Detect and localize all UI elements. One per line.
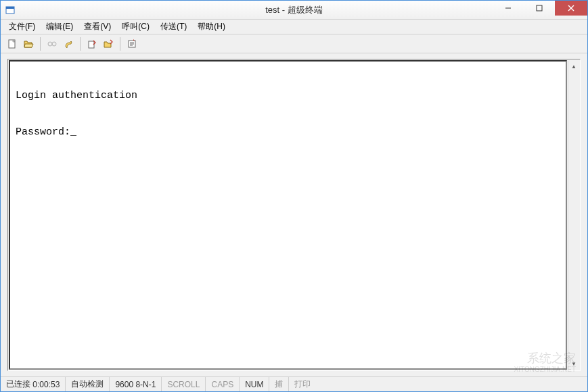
svg-point-9 <box>52 42 56 46</box>
status-num: NUM <box>240 377 269 391</box>
menu-file[interactable]: 文件(F) <box>3 20 41 34</box>
properties-button[interactable] <box>125 36 139 51</box>
scroll-up-icon[interactable]: ▲ <box>568 61 579 72</box>
app-window: test - 超级终端 文件(F) 编辑(E) 查看(V) 呼叫(C) 传送(T… <box>0 0 588 392</box>
window-controls <box>493 1 587 16</box>
statusbar: 已连接 0:00:53 自动检测 9600 8-N-1 SCROLL CAPS … <box>1 376 587 391</box>
terminal[interactable]: Login authentication Password:_ <box>9 60 567 370</box>
svg-rect-1 <box>6 7 14 9</box>
status-port: 9600 8-N-1 <box>110 377 162 391</box>
status-print: 打印 <box>289 377 316 391</box>
terminal-line: Login authentication Password:_ <box>16 68 560 141</box>
scroll-down-icon[interactable]: ▼ <box>568 358 579 369</box>
status-capture: 捕 <box>269 377 289 391</box>
menu-help[interactable]: 帮助(H) <box>192 20 231 34</box>
svg-rect-10 <box>89 41 94 48</box>
vertical-scrollbar[interactable]: ▲ ▼ <box>568 61 579 369</box>
svg-point-8 <box>48 42 52 46</box>
status-scroll: SCROLL <box>162 377 206 391</box>
toolbar-separator <box>120 37 120 51</box>
app-icon <box>5 5 16 16</box>
status-connection: 已连接 0:00:53 <box>1 377 66 391</box>
cursor: _ <box>70 123 76 141</box>
connect-button[interactable] <box>45 36 60 51</box>
menubar: 文件(F) 编辑(E) 查看(V) 呼叫(C) 传送(T) 帮助(H) <box>1 20 587 34</box>
terminal-text: Login authentication <box>16 90 137 101</box>
send-button[interactable] <box>85 36 99 51</box>
menu-transfer[interactable]: 传送(T) <box>155 20 192 34</box>
toolbar-separator <box>40 37 41 51</box>
status-time: 0:00:53 <box>32 380 60 389</box>
toolbar-separator <box>80 37 81 51</box>
open-button[interactable] <box>21 36 36 51</box>
terminal-frame: Login authentication Password:_ ▲ ▼ <box>7 59 581 371</box>
password-prompt: Password: <box>16 126 70 138</box>
svg-rect-3 <box>537 5 542 11</box>
status-connected-label: 已连接 <box>6 378 30 390</box>
menu-view[interactable]: 查看(V) <box>78 20 116 34</box>
menu-call[interactable]: 呼叫(C) <box>116 20 155 34</box>
minimize-button[interactable] <box>493 1 524 16</box>
close-button[interactable] <box>555 1 587 16</box>
menu-edit[interactable]: 编辑(E) <box>41 20 78 34</box>
disconnect-button[interactable] <box>61 36 76 51</box>
receive-button[interactable] <box>101 36 116 51</box>
window-title: test - 超级终端 <box>265 4 323 16</box>
status-caps: CAPS <box>206 377 240 391</box>
maximize-button[interactable] <box>524 1 555 16</box>
new-button[interactable] <box>5 36 20 51</box>
status-autodetect: 自动检测 <box>66 377 110 391</box>
toolbar <box>1 34 587 53</box>
content-area: Login authentication Password:_ ▲ ▼ <box>1 53 587 376</box>
titlebar: test - 超级终端 <box>1 1 587 20</box>
